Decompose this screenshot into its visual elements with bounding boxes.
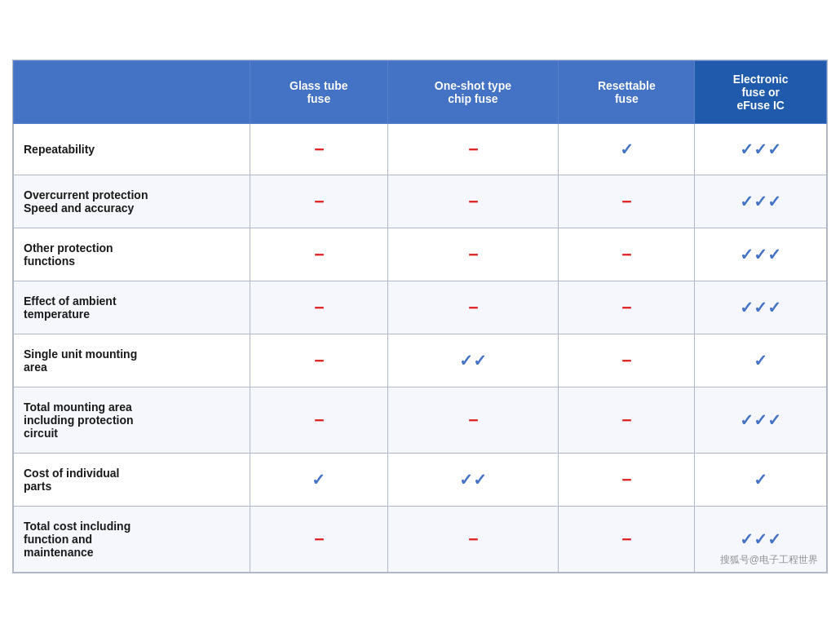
dash-icon: － bbox=[464, 409, 482, 430]
dash-icon: － bbox=[310, 297, 328, 317]
row-label: Single unit mountingarea bbox=[14, 334, 250, 387]
check-icon: ✓ bbox=[620, 140, 634, 158]
cell-efuse: ✓✓✓ bbox=[695, 387, 827, 454]
dash-icon: － bbox=[310, 409, 328, 430]
check-double-icon: ✓✓ bbox=[459, 352, 487, 370]
cell-glass: ✓ bbox=[250, 454, 388, 507]
dash-icon: － bbox=[310, 244, 328, 264]
header-oneshot-chip-fuse: One-shot typechip fuse bbox=[387, 61, 559, 124]
table-wrapper: Glass tubefuse One-shot typechip fuse Re… bbox=[12, 60, 828, 573]
row-label: Repeatability bbox=[14, 124, 250, 175]
cell-glass: － bbox=[250, 334, 388, 387]
dash-icon: － bbox=[310, 529, 328, 549]
cell-glass: － bbox=[250, 387, 388, 454]
cell-oneshot: ✓✓ bbox=[387, 454, 559, 507]
header-glass-tube-fuse: Glass tubefuse bbox=[250, 61, 388, 124]
dash-icon: － bbox=[617, 191, 635, 211]
dash-icon: － bbox=[464, 139, 482, 159]
header-feature bbox=[14, 61, 250, 124]
table-row: Total cost includingfunction andmaintena… bbox=[14, 507, 827, 573]
row-label: Effect of ambienttemperature bbox=[14, 281, 250, 334]
table-row: Other protectionfunctions － － － ✓✓✓ bbox=[14, 228, 827, 281]
row-label: Overcurrent protectionSpeed and accuracy bbox=[14, 175, 250, 228]
dash-icon: － bbox=[464, 191, 482, 211]
check-triple-icon: ✓✓✓ bbox=[740, 246, 781, 263]
dash-icon: － bbox=[617, 350, 635, 370]
cell-oneshot: － bbox=[387, 124, 559, 175]
dash-icon: － bbox=[310, 191, 328, 211]
comparison-table: Glass tubefuse One-shot typechip fuse Re… bbox=[13, 60, 827, 573]
dash-icon: － bbox=[464, 297, 482, 317]
cell-efuse: ✓✓✓ bbox=[695, 124, 827, 175]
watermark: 搜狐号@电子工程世界 bbox=[720, 553, 818, 567]
check-triple-icon: ✓✓✓ bbox=[740, 193, 781, 210]
cell-resettable: － bbox=[559, 281, 695, 334]
header-efuse-ic: Electronicfuse oreFuse IC bbox=[695, 61, 827, 124]
check-icon: ✓ bbox=[312, 471, 325, 489]
check-double-icon: ✓✓ bbox=[459, 471, 487, 489]
dash-icon: － bbox=[617, 244, 635, 264]
cell-efuse: ✓ bbox=[695, 334, 827, 387]
cell-efuse: ✓✓✓ bbox=[695, 228, 827, 281]
table-row: Repeatability － － ✓ ✓✓✓ bbox=[14, 124, 827, 175]
cell-resettable: － bbox=[559, 334, 695, 387]
cell-oneshot: ✓✓ bbox=[387, 334, 559, 387]
check-triple-icon: ✓✓✓ bbox=[740, 299, 781, 316]
cell-efuse: ✓ bbox=[695, 454, 827, 507]
check-triple-icon: ✓✓✓ bbox=[740, 140, 781, 158]
dash-icon: － bbox=[464, 529, 482, 549]
cell-oneshot: － bbox=[387, 507, 559, 573]
cell-glass: － bbox=[250, 228, 388, 281]
cell-glass: － bbox=[250, 175, 388, 228]
table-row: Single unit mountingarea － ✓✓ － ✓ bbox=[14, 334, 827, 387]
cell-oneshot: － bbox=[387, 281, 559, 334]
cell-efuse: ✓✓✓ bbox=[695, 281, 827, 334]
dash-icon: － bbox=[464, 244, 482, 264]
cell-glass: － bbox=[250, 507, 388, 573]
header-resettable-fuse: Resettablefuse bbox=[559, 61, 695, 124]
cell-resettable: － bbox=[559, 387, 695, 454]
cell-glass: － bbox=[250, 124, 388, 175]
cell-glass: － bbox=[250, 281, 388, 334]
dash-icon: － bbox=[617, 529, 635, 549]
cell-resettable: ✓ bbox=[559, 124, 695, 175]
row-label: Total mounting areaincluding protectionc… bbox=[14, 387, 250, 454]
cell-oneshot: － bbox=[387, 175, 559, 228]
check-icon: ✓ bbox=[754, 352, 767, 370]
row-label: Cost of individualparts bbox=[14, 454, 250, 507]
cell-resettable: － bbox=[559, 507, 695, 573]
dash-icon: － bbox=[310, 139, 328, 159]
row-label: Total cost includingfunction andmaintena… bbox=[14, 507, 250, 573]
cell-resettable: － bbox=[559, 454, 695, 507]
cell-efuse: ✓✓✓ bbox=[695, 175, 827, 228]
check-triple-icon: ✓✓✓ bbox=[740, 411, 781, 429]
table-row: Cost of individualparts ✓ ✓✓ － ✓ bbox=[14, 454, 827, 507]
cell-oneshot: － bbox=[387, 387, 559, 454]
dash-icon: － bbox=[617, 469, 635, 489]
table-row: Effect of ambienttemperature － － － ✓✓✓ bbox=[14, 281, 827, 334]
cell-oneshot: － bbox=[387, 228, 559, 281]
check-triple-icon: ✓✓✓ bbox=[740, 530, 781, 548]
table-row: Overcurrent protectionSpeed and accuracy… bbox=[14, 175, 827, 228]
comparison-table-container: Glass tubefuse One-shot typechip fuse Re… bbox=[12, 60, 828, 573]
cell-resettable: － bbox=[559, 175, 695, 228]
table-row: Total mounting areaincluding protectionc… bbox=[14, 387, 827, 454]
cell-resettable: － bbox=[559, 228, 695, 281]
dash-icon: － bbox=[310, 350, 328, 370]
dash-icon: － bbox=[617, 409, 635, 430]
dash-icon: － bbox=[617, 297, 635, 317]
check-icon: ✓ bbox=[754, 471, 767, 489]
row-label: Other protectionfunctions bbox=[14, 228, 250, 281]
